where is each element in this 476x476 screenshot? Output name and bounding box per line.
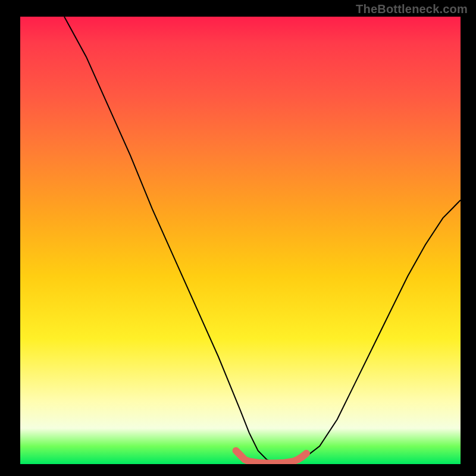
flat-bottom-segment	[236, 450, 306, 463]
bottleneck-curve	[64, 17, 461, 464]
watermark-text: TheBottleneck.com	[356, 2, 468, 16]
chart-svg	[20, 17, 461, 464]
chart-frame: TheBottleneck.com	[0, 0, 476, 476]
